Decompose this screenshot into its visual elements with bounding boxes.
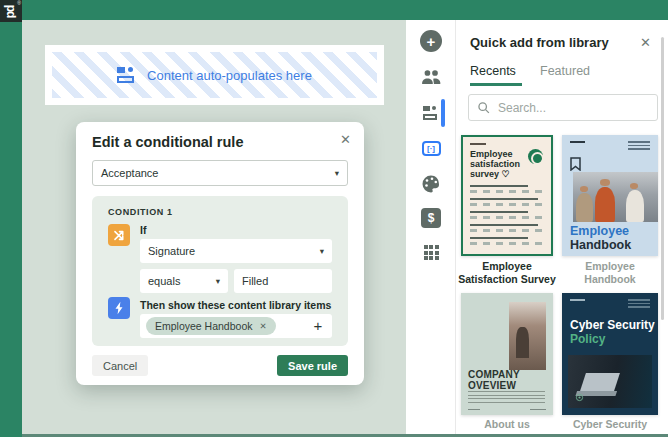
striped-placeholder: Content auto-populates here — [52, 52, 377, 98]
shuffle-condition-icon — [108, 224, 130, 246]
add-icon[interactable]: + — [406, 30, 456, 52]
tab-recents[interactable]: Recents — [470, 64, 516, 78]
then-label: Then show these content library items — [140, 299, 340, 311]
rule-name-select[interactable]: Acceptance ▾ — [92, 160, 348, 186]
card-label[interactable]: Cyber Security — [555, 418, 665, 431]
chevron-down-icon: ▾ — [216, 276, 220, 286]
card-label[interactable]: Employee Satisfaction Survey — [452, 260, 562, 286]
edit-conditional-rule-modal: Edit a conditional rule ✕ Acceptance ▾ C… — [76, 122, 364, 385]
eye-icon — [574, 392, 585, 403]
thumbnail-brand-mark — [570, 299, 585, 301]
condition-heading: CONDITION 1 — [108, 207, 173, 217]
rule-name-value: Acceptance — [101, 167, 158, 179]
close-icon[interactable]: ✕ — [340, 132, 351, 147]
close-icon[interactable]: ✕ — [640, 35, 651, 50]
content-blocks-icon[interactable] — [406, 106, 456, 120]
content-items-input[interactable]: Employee Handbook ✕ + — [140, 314, 332, 338]
operator-value: equals — [148, 275, 180, 287]
cancel-button[interactable]: Cancel — [92, 355, 148, 376]
tab-featured[interactable]: Featured — [540, 64, 590, 78]
thumbnail-title: Employee Handbook — [570, 225, 631, 253]
thumbnail-photo — [573, 172, 658, 222]
library-card-about-us[interactable]: COMPANY OVEVIEW — [461, 293, 553, 415]
variables-icon[interactable]: [·] — [406, 141, 456, 156]
search-icon — [477, 101, 490, 114]
field-value: Signature — [148, 245, 195, 257]
active-tab-underline — [470, 83, 522, 86]
lightning-bolt-icon — [108, 297, 130, 319]
if-label: If — [140, 224, 146, 236]
search-box[interactable] — [468, 94, 658, 121]
condition-section: CONDITION 1 If Signature ▾ equals ▾ Fill… — [92, 196, 348, 346]
registered-mark: ® — [17, 0, 21, 6]
design-icon[interactable] — [406, 174, 456, 194]
content-item-chip[interactable]: Employee Handbook ✕ — [146, 317, 276, 335]
apps-grid-icon[interactable] — [406, 245, 456, 260]
pricing-icon[interactable]: $ — [406, 208, 456, 228]
banner-label: Content auto-populates here — [147, 68, 312, 83]
thumbnail-meta-lines — [628, 299, 650, 310]
thumbnail-photo — [568, 355, 652, 408]
value-input[interactable]: Filled — [234, 269, 332, 293]
save-rule-button[interactable]: Save rule — [277, 355, 348, 376]
target-circle-icon — [528, 149, 543, 164]
library-card-cyber-security-policy[interactable]: Cyber Security Policy — [562, 293, 658, 415]
thumbnail-brand-mark — [470, 143, 486, 145]
sidebar-icon-rail: + [·] — [406, 20, 456, 434]
survey-question-lines — [470, 185, 544, 245]
search-input[interactable] — [496, 100, 626, 116]
thumbnail-title: Employee satisfaction survey ♡ — [470, 150, 526, 180]
content-block-icon — [117, 67, 137, 83]
add-item-button[interactable]: + — [310, 317, 326, 335]
library-sidebar: + [·] — [406, 20, 668, 434]
thumbnail-meta-lines — [628, 141, 650, 152]
modal-title: Edit a conditional rule — [92, 134, 243, 150]
card-label[interactable]: Employee Handbook — [555, 260, 665, 286]
recipients-icon[interactable] — [406, 69, 456, 85]
thumbnail-title: COMPANY OVEVIEW — [468, 369, 538, 392]
thumbnail-brand-mark — [570, 141, 585, 143]
panel-title: Quick add from library — [470, 35, 609, 50]
chevron-down-icon: ▾ — [320, 246, 324, 256]
library-card-employee-satisfaction-survey[interactable]: Employee satisfaction survey ♡ — [461, 135, 553, 256]
content-auto-populate-zone[interactable]: Content auto-populates here — [45, 45, 384, 105]
pandadoc-logo-text: pd — [4, 5, 18, 18]
pandadoc-logo[interactable]: pd ® — [0, 0, 22, 22]
app-screen: pd ® Content auto-populates here Edit a … — [0, 0, 668, 437]
operator-select[interactable]: equals ▾ — [140, 269, 228, 293]
field-select[interactable]: Signature ▾ — [140, 239, 332, 263]
thumbnail-paragraph-lines — [468, 391, 545, 403]
chip-label: Employee Handbook — [155, 320, 252, 332]
card-label[interactable]: About us — [452, 418, 562, 431]
library-card-employee-handbook[interactable]: Employee Handbook — [562, 135, 658, 256]
thumbnail-title: Cyber Security Policy — [570, 319, 655, 347]
chevron-down-icon: ▾ — [335, 168, 339, 178]
thumbnail-photo — [509, 302, 546, 370]
active-rail-indicator — [441, 99, 445, 127]
value-text: Filled — [242, 275, 268, 287]
bookmark-icon — [570, 157, 581, 171]
chip-remove-icon[interactable]: ✕ — [259, 321, 266, 331]
